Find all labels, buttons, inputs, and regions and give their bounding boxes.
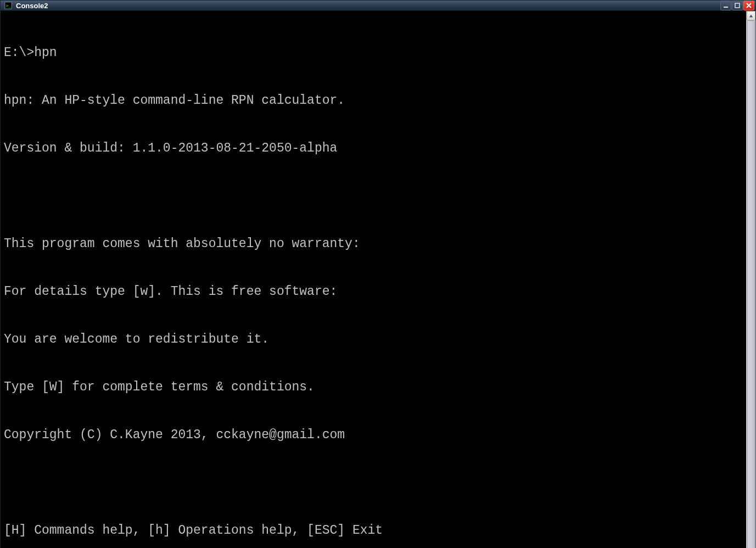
- terminal-line: Type [W] for complete terms & conditions…: [4, 379, 743, 395]
- window-controls: [720, 1, 754, 10]
- window-title: Console2: [15, 2, 720, 10]
- terminal-line: Version & build: 1.1.0-2013-08-21-2050-a…: [4, 141, 743, 156]
- svg-rect-2: [724, 7, 728, 8]
- terminal-line: [H] Commands help, [h] Operations help, …: [4, 523, 743, 539]
- terminal-output[interactable]: E:\>hpn hpn: An HP-style command-line RP…: [1, 11, 746, 548]
- terminal-line: E:\>hpn: [4, 45, 743, 61]
- terminal-line: [4, 475, 743, 491]
- scroll-up-button[interactable]: [747, 11, 755, 20]
- vertical-scrollbar[interactable]: [746, 11, 755, 548]
- terminal-line: For details type [w]. This is free softw…: [4, 284, 743, 300]
- terminal-line: This program comes with absolutely no wa…: [4, 236, 743, 252]
- terminal-line: Copyright (C) C.Kayne 2013, cckayne@gmai…: [4, 427, 743, 443]
- terminal-line: [4, 188, 743, 204]
- terminal-line: You are welcome to redistribute it.: [4, 332, 743, 348]
- minimize-button[interactable]: [720, 1, 731, 10]
- close-button[interactable]: [743, 1, 754, 10]
- titlebar[interactable]: >_ Console2: [1, 1, 755, 11]
- scroll-thumb[interactable]: [747, 20, 755, 548]
- scroll-track[interactable]: [747, 20, 755, 548]
- svg-rect-3: [735, 3, 740, 8]
- terminal-line: hpn: An HP-style command-line RPN calcul…: [4, 93, 743, 109]
- app-icon: >_: [4, 1, 13, 10]
- console-window: >_ Console2 E:\>hpn: [0, 0, 756, 548]
- content-area: E:\>hpn hpn: An HP-style command-line RP…: [1, 11, 755, 548]
- svg-text:>_: >_: [6, 3, 12, 8]
- maximize-button[interactable]: [732, 1, 743, 10]
